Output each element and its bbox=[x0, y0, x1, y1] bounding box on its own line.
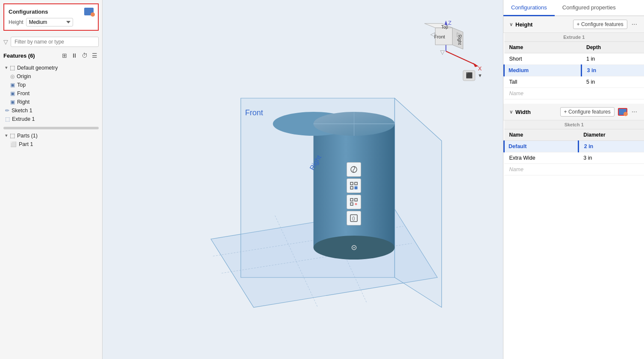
svg-text:◁: ◁ bbox=[430, 31, 435, 38]
height-feature-col: Extrude 1 bbox=[504, 33, 644, 42]
width-row-new[interactable]: Name bbox=[504, 164, 644, 175]
tab-configured-properties[interactable]: Configured properties bbox=[555, 0, 623, 16]
feature-tree: ▾ ⬚ Default geometry ◎ Origin ▣ Top ▣ Fr… bbox=[0, 61, 102, 359]
tool-btn-2[interactable] bbox=[347, 178, 361, 193]
height-row-tall[interactable]: Tall 5 in bbox=[504, 76, 644, 88]
height-section-actions: + Configure features ··· bbox=[573, 20, 638, 29]
width-row-extra-wide-diameter: 3 in bbox=[578, 152, 644, 164]
configurations-header: Configurations Height Short Medium Tall bbox=[3, 3, 99, 31]
config-icon bbox=[84, 8, 94, 15]
width-row-extra-wide-name: Extra Wide bbox=[504, 152, 579, 164]
height-row-short[interactable]: Short 1 in bbox=[504, 53, 644, 65]
width-add-feature-btn[interactable]: + Configure features bbox=[560, 107, 615, 117]
right-side-toolbar: () bbox=[347, 162, 361, 225]
tab-configurations[interactable]: Configurations bbox=[503, 0, 555, 16]
tree-parts[interactable]: ▾ ⬚ Parts (1) bbox=[0, 131, 102, 140]
height-select[interactable]: Short Medium Tall bbox=[26, 18, 73, 26]
height-row-short-name: Short bbox=[504, 53, 582, 65]
svg-rect-39 bbox=[350, 182, 353, 185]
height-section-title: ∨ Height bbox=[509, 21, 532, 28]
height-row-new-name: Name bbox=[504, 88, 582, 99]
height-row-short-depth: 1 in bbox=[581, 53, 644, 65]
caret-parts[interactable]: ▾ bbox=[5, 133, 8, 138]
height-add-feature-btn[interactable]: + Configure features bbox=[573, 20, 627, 29]
width-caret[interactable]: ∨ bbox=[509, 109, 513, 115]
right-panel: Configurations Configured properties ∨ H… bbox=[503, 0, 644, 359]
tree-default-geometry[interactable]: ▾ ⬚ Default geometry bbox=[0, 63, 102, 72]
features-header: Features (6) ⊞ ⏸ ⏱ ☰ bbox=[0, 50, 102, 61]
height-section-header: ∨ Height + Configure features ··· bbox=[503, 16, 644, 33]
height-row-medium-name: Medium bbox=[504, 65, 582, 76]
tool-btn-1[interactable] bbox=[347, 162, 361, 177]
height-row-tall-depth: 5 in bbox=[581, 76, 644, 88]
height-label: Height bbox=[9, 19, 24, 25]
width-section-title: ∨ Width bbox=[509, 109, 531, 115]
features-toolbar: ⊞ ⏸ ⏱ ☰ bbox=[61, 51, 99, 60]
tree-front[interactable]: ▣ Front bbox=[0, 89, 102, 98]
pause-button[interactable]: ⏸ bbox=[70, 51, 79, 60]
height-more-btn[interactable]: ··· bbox=[631, 20, 638, 28]
svg-point-15 bbox=[353, 247, 355, 248]
height-col-name: Name bbox=[504, 42, 582, 53]
svg-text:⬛: ⬛ bbox=[466, 72, 473, 79]
svg-point-46 bbox=[355, 203, 357, 205]
width-table: Sketch 1 Name Diameter Default 2 in Extr… bbox=[503, 120, 644, 175]
svg-rect-44 bbox=[355, 198, 357, 201]
width-col-name: Name bbox=[504, 129, 579, 141]
height-row-tall-name: Tall bbox=[504, 76, 582, 88]
svg-text:▷: ▷ bbox=[457, 31, 462, 38]
width-col-diameter: Diameter bbox=[578, 129, 644, 141]
height-row-new-depth bbox=[581, 88, 644, 99]
svg-rect-42 bbox=[355, 187, 357, 189]
svg-text:X: X bbox=[478, 65, 482, 72]
svg-text:▾: ▾ bbox=[479, 72, 482, 79]
svg-rect-40 bbox=[355, 182, 357, 185]
width-row-default[interactable]: Default 2 in bbox=[504, 141, 644, 152]
tree-top[interactable]: ▣ Top bbox=[0, 81, 102, 89]
svg-text:▽: ▽ bbox=[440, 49, 445, 55]
tool-btn-4[interactable]: () bbox=[347, 211, 361, 225]
filter-area: ▽ bbox=[0, 34, 102, 50]
height-row-medium[interactable]: Medium 3 in bbox=[504, 65, 644, 76]
tree-part1[interactable]: ⬜ Part 1 bbox=[0, 140, 102, 149]
left-panel: Configurations Height Short Medium Tall … bbox=[0, 0, 103, 359]
width-section-actions: + Configure features ··· bbox=[560, 107, 638, 117]
filter-icon: ▽ bbox=[3, 38, 8, 45]
height-row-medium-depth: 3 in bbox=[581, 65, 644, 76]
tree-origin[interactable]: ◎ Origin bbox=[0, 72, 102, 81]
height-table: Extrude 1 Name Depth Short 1 in Medium 3… bbox=[503, 33, 644, 99]
viewport[interactable]: Front Right Z X Front Top bbox=[103, 0, 503, 359]
list-button[interactable]: ☰ bbox=[91, 51, 99, 60]
width-row-extra-wide[interactable]: Extra Wide 3 in bbox=[504, 152, 644, 164]
filter-input[interactable] bbox=[11, 37, 99, 47]
height-row-new[interactable]: Name bbox=[504, 88, 644, 99]
tree-extrude1[interactable]: ⬚ Extrude 1 bbox=[0, 115, 102, 123]
expand-button[interactable]: ⊞ bbox=[61, 51, 68, 60]
tree-sketch1[interactable]: ✏ Sketch 1 bbox=[0, 106, 102, 115]
svg-rect-43 bbox=[350, 198, 353, 201]
scroll-divider bbox=[3, 127, 99, 129]
tree-right[interactable]: ▣ Right bbox=[0, 98, 102, 106]
svg-text:Front: Front bbox=[434, 34, 445, 39]
width-section-header: ∨ Width + Configure features ··· bbox=[503, 104, 644, 120]
width-more-btn[interactable]: ··· bbox=[631, 108, 638, 116]
right-panel-tabs: Configurations Configured properties bbox=[503, 0, 644, 16]
svg-text:Top: Top bbox=[441, 25, 448, 29]
height-section: ∨ Height + Configure features ··· Extrud… bbox=[503, 16, 644, 99]
svg-rect-41 bbox=[350, 187, 353, 189]
caret-default-geometry[interactable]: ▾ bbox=[5, 65, 8, 70]
width-feature-col: Sketch 1 bbox=[504, 120, 644, 129]
svg-rect-45 bbox=[350, 203, 353, 205]
width-row-default-name: Default bbox=[504, 141, 579, 152]
height-caret[interactable]: ∨ bbox=[509, 22, 513, 27]
width-config-icon[interactable] bbox=[618, 108, 627, 116]
width-row-new-diameter bbox=[578, 164, 644, 175]
width-section: ∨ Width + Configure features ··· Sketch … bbox=[503, 104, 644, 175]
svg-text:(): () bbox=[352, 216, 355, 221]
width-row-default-diameter: 2 in bbox=[578, 141, 644, 152]
svg-text:Z: Z bbox=[448, 20, 452, 26]
clock-button[interactable]: ⏱ bbox=[80, 51, 89, 60]
height-col-depth: Depth bbox=[581, 42, 644, 53]
tool-btn-3[interactable] bbox=[347, 195, 361, 209]
config-title: Configurations bbox=[9, 9, 48, 15]
